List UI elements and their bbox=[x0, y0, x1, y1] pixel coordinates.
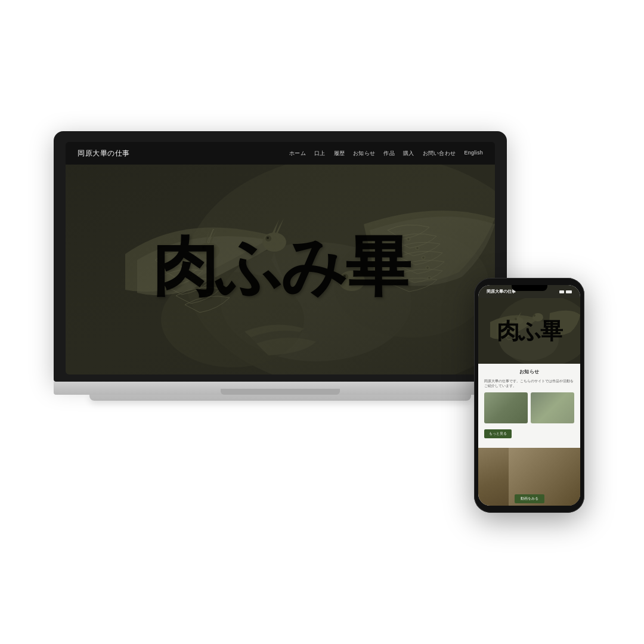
laptop-device: 岡原大畢の仕事 ホーム 口上 履歴 お知らせ 作品 購入 お問い合わせ Engl… bbox=[54, 131, 507, 401]
nav-item-home[interactable]: ホーム bbox=[289, 150, 306, 157]
phone-content-area: お知らせ 岡原大畢の仕事です。こちらのサイトでは作品や活動をご紹介しています。 … bbox=[478, 364, 580, 448]
nav-item-english[interactable]: English bbox=[464, 150, 483, 157]
phone-device: 岡原大畢の仕事 bbox=[474, 278, 584, 513]
laptop-foot bbox=[89, 395, 471, 401]
signal-icon bbox=[559, 290, 564, 293]
phone-video-section: 動画をみる bbox=[478, 448, 580, 506]
phone-site-title: 岡原大畢の仕事 bbox=[487, 289, 516, 295]
phone-video-button[interactable]: 動画をみる bbox=[515, 494, 544, 503]
laptop-screen-inner: 岡原大畢の仕事 ホーム 口上 履歴 お知らせ 作品 購入 お問い合わせ Engl… bbox=[66, 142, 495, 374]
phone-notch bbox=[512, 285, 547, 291]
phone-hero: 肉ふ畢 bbox=[478, 298, 580, 364]
phone-screen: 岡原大畢の仕事 bbox=[478, 285, 580, 506]
website-logo: 岡原大畢の仕事 bbox=[78, 148, 130, 159]
website-header: 岡原大畢の仕事 ホーム 口上 履歴 お知らせ 作品 購入 お問い合わせ Engl… bbox=[66, 142, 495, 165]
hero-calligraphy-text: 肉ふみ畢 bbox=[152, 234, 408, 305]
nav-item-works[interactable]: 作品 bbox=[383, 150, 395, 157]
hero-calligraphy-overlay: 肉ふみ畢 bbox=[66, 165, 495, 374]
phone-calligraphy-overlay: 肉ふ畢 bbox=[478, 298, 580, 364]
nav-item-purchase[interactable]: 購入 bbox=[403, 150, 414, 157]
phone-more-button[interactable]: もっと見る bbox=[484, 429, 512, 438]
battery-icon bbox=[566, 290, 572, 293]
nav-item-greeting[interactable]: 口上 bbox=[314, 150, 326, 157]
nav-item-news[interactable]: お知らせ bbox=[353, 150, 375, 157]
laptop-base bbox=[54, 382, 507, 395]
nav-item-history[interactable]: 履歴 bbox=[334, 150, 345, 157]
phone-thumb-1 bbox=[484, 392, 528, 423]
phone-calligraphy-text: 肉ふ畢 bbox=[497, 316, 562, 346]
phone-outer: 岡原大畢の仕事 bbox=[474, 278, 584, 513]
nav-item-contact[interactable]: お問い合わせ bbox=[423, 150, 456, 157]
phone-thumb-2 bbox=[531, 392, 574, 423]
website-hero: 肉ふみ畢 bbox=[66, 165, 495, 374]
phone-status-icons bbox=[559, 290, 572, 293]
laptop-screen-outer: 岡原大畢の仕事 ホーム 口上 履歴 お知らせ 作品 購入 お問い合わせ Engl… bbox=[54, 131, 507, 382]
phone-news-text: 岡原大畢の仕事です。こちらのサイトでは作品や活動をご紹介しています。 bbox=[484, 379, 574, 389]
phone-section-title: お知らせ bbox=[484, 369, 574, 375]
scene: 岡原大畢の仕事 ホーム 口上 履歴 お知らせ 作品 購入 お問い合わせ Engl… bbox=[54, 113, 590, 531]
website-nav: ホーム 口上 履歴 お知らせ 作品 購入 お問い合わせ English bbox=[289, 150, 483, 157]
phone-image-row bbox=[484, 392, 574, 423]
